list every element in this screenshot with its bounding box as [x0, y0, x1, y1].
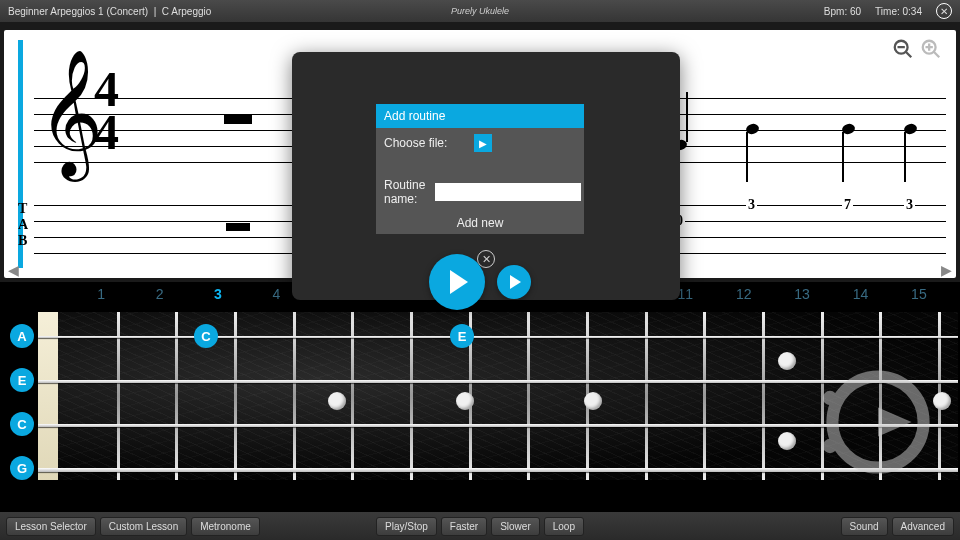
choose-file-label: Choose file:: [384, 136, 464, 150]
dialog-title: Add routine: [376, 104, 584, 128]
play-small-button[interactable]: [497, 265, 531, 299]
finger-marker[interactable]: C: [194, 324, 218, 348]
tab-letter: A: [18, 217, 28, 233]
open-string-label[interactable]: A: [10, 324, 34, 348]
zoom-in-icon[interactable]: [920, 38, 942, 60]
score-area: 𝄞 4 4 T A B 0 0 0 3 7: [0, 22, 960, 282]
fret-marker-icon: [778, 352, 796, 370]
time-display: Time: 0:34: [875, 6, 922, 17]
open-string-label[interactable]: G: [10, 456, 34, 480]
slower-button[interactable]: Slower: [491, 517, 540, 536]
fret-number[interactable]: 2: [130, 286, 188, 302]
fret-number[interactable]: 13: [773, 286, 831, 302]
prev-page-icon[interactable]: ◀: [8, 262, 19, 278]
title-sep: |: [154, 6, 157, 17]
play-stop-button[interactable]: Play/Stop: [376, 517, 437, 536]
fret-number[interactable]: 12: [714, 286, 772, 302]
playback-controls: [429, 254, 531, 310]
zoom-out-icon[interactable]: [892, 38, 914, 60]
fretboard[interactable]: C E: [38, 312, 958, 480]
next-page-icon[interactable]: ▶: [941, 262, 952, 278]
fret-number[interactable]: 3: [189, 286, 247, 302]
fret-marker-icon: [584, 392, 602, 410]
finger-marker[interactable]: E: [450, 324, 474, 348]
routine-name-input[interactable]: [435, 183, 581, 201]
svg-point-10: [823, 439, 837, 453]
metronome-button[interactable]: Metronome: [191, 517, 260, 536]
lesson-title: Beginner Arpeggios 1 (Concert) | C Arpeg…: [8, 6, 211, 17]
loop-overlay-icon: [818, 362, 938, 480]
sound-button[interactable]: Sound: [841, 517, 888, 536]
fretboard-area: 123456789101112131415 A E C G C E: [0, 282, 960, 512]
dialog-panel: Add routine Choose file: ▶ Routine name:…: [376, 104, 584, 234]
routine-name-label: Routine name:: [384, 178, 425, 206]
tab-number: 7: [842, 197, 853, 213]
lesson-name: Beginner Arpeggios 1 (Concert): [8, 6, 148, 17]
play-button[interactable]: [429, 254, 485, 310]
rest-icon: [224, 114, 252, 124]
fret-marker-icon: [778, 432, 796, 450]
fret-number[interactable]: 1: [72, 286, 130, 302]
fret-marker-icon: [456, 392, 474, 410]
tab-number: 3: [746, 197, 757, 213]
faster-button[interactable]: Faster: [441, 517, 487, 536]
add-new-button[interactable]: Add new: [376, 212, 584, 234]
time-signature: 4 4: [94, 68, 119, 153]
top-bar: Beginner Arpeggios 1 (Concert) | C Arpeg…: [0, 0, 960, 22]
close-icon[interactable]: ✕: [936, 3, 952, 19]
fret-number[interactable]: 14: [831, 286, 889, 302]
svg-point-9: [823, 391, 837, 405]
custom-lesson-button[interactable]: Custom Lesson: [100, 517, 187, 536]
tab-letter: B: [18, 233, 27, 249]
piece-name: C Arpeggio: [162, 6, 211, 17]
open-string-label[interactable]: E: [10, 368, 34, 392]
fret-number[interactable]: 15: [890, 286, 948, 302]
bpm-display: Bpm: 60: [824, 6, 861, 17]
advanced-button[interactable]: Advanced: [892, 517, 954, 536]
choose-file-button[interactable]: ▶: [474, 134, 492, 152]
bottom-bar: Lesson Selector Custom Lesson Metronome …: [0, 512, 960, 540]
fret-marker-icon: [328, 392, 346, 410]
tab-number: 3: [904, 197, 915, 213]
tab-rest-icon: [226, 223, 250, 231]
lesson-selector-button[interactable]: Lesson Selector: [6, 517, 96, 536]
tab-letter: T: [18, 201, 27, 217]
svg-marker-8: [878, 408, 912, 437]
loop-button[interactable]: Loop: [544, 517, 584, 536]
svg-line-4: [934, 52, 940, 58]
open-string-label[interactable]: C: [10, 412, 34, 436]
brand-logo: Purely Ukulele: [451, 6, 509, 16]
svg-line-1: [906, 52, 912, 58]
